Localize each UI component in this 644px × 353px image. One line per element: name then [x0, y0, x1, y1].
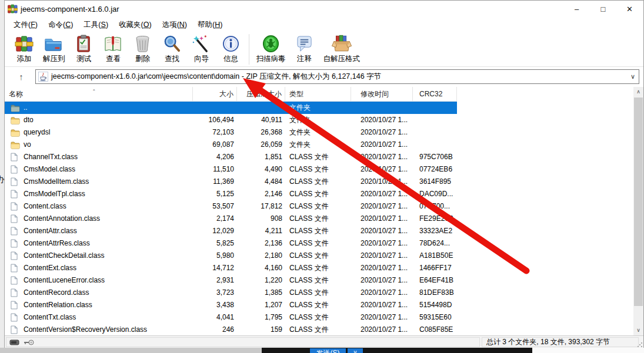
add-archive-button[interactable]: 添加 — [9, 33, 39, 65]
table-row[interactable]: ContentTxt.class4,0411,795CLASS 文件2020/1… — [5, 311, 457, 324]
table-row[interactable]: ContentCheckDetail.class5,9802,180CLASS … — [5, 250, 457, 262]
wizard-button[interactable]: 向导 — [187, 33, 216, 65]
sfx-button[interactable]: 自解压格式 — [319, 33, 365, 65]
file-modified: 2020/10/27 1... — [351, 139, 413, 151]
file-icon — [11, 239, 20, 248]
extract-to-button[interactable]: 解压到 — [39, 33, 69, 65]
maximize-button[interactable]: □ — [590, 1, 616, 18]
file-crc32: 07724EB6 — [413, 163, 457, 176]
close-button[interactable]: ✕ — [616, 1, 643, 18]
file-name: ContentExt.class — [24, 262, 76, 274]
file-crc32: FE29E26B — [413, 213, 457, 225]
table-row[interactable]: ContentExt.class14,7124,160CLASS 文件2020/… — [5, 262, 457, 274]
sort-ascending-icon: ˆ — [93, 85, 95, 99]
menu-item-5[interactable]: 选项(N) — [157, 19, 192, 31]
comment-button[interactable]: 注释 — [290, 33, 319, 65]
table-row[interactable]: ContentRelation.class3,4381,207CLASS 文件2… — [5, 299, 457, 311]
find-button[interactable]: 查找 — [158, 33, 187, 65]
table-row[interactable]: CmsModelItem.class11,3694,484CLASS 文件202… — [5, 176, 457, 188]
table-row[interactable]: vo69,08726,059文件夹2020/10/27 1... — [5, 139, 457, 151]
table-row[interactable]: CmsModelTpl.class5,1252,146CLASS 文件2020/… — [5, 188, 457, 200]
file-modified: 2020/10/27 1... — [351, 250, 413, 262]
file-type: CLASS 文件 — [285, 188, 351, 200]
menu-item-3[interactable]: 工具(S) — [78, 19, 114, 31]
column-header-6[interactable]: CRC32 — [413, 87, 457, 101]
scroll-up-icon[interactable]: ∧ — [633, 87, 643, 97]
file-type: 文件夹 — [285, 114, 351, 126]
table-row[interactable]: ContentLuceneError.class2,9311,220CLASS … — [5, 274, 457, 287]
file-name-cell: querydsl — [5, 126, 193, 139]
menu-item-1[interactable]: 文件(F) — [8, 19, 43, 31]
file-name: vo — [24, 139, 31, 151]
table-row[interactable]: Content.class53,50717,812CLASS 文件2020/10… — [5, 200, 457, 213]
virus-scan-button[interactable]: 扫描病毒 — [252, 33, 290, 65]
file-packed-size: 1,385 — [237, 287, 285, 299]
file-icon — [11, 251, 20, 261]
table-row[interactable]: ContentAnnotation.class2,174908CLASS 文件2… — [5, 213, 457, 225]
file-name-cell: dto — [5, 114, 193, 126]
column-header-1[interactable]: 名称ˆ — [5, 87, 193, 101]
file-crc32: 1466FF17 — [413, 262, 457, 274]
toolbar-button-label: 扫描病毒 — [256, 54, 286, 64]
address-path: jeecms-component-x1.6.0.jar\com\jeecms\c… — [51, 72, 627, 82]
file-name: ContentAttrRes.class — [24, 237, 90, 250]
file-name-cell: Content.class — [5, 200, 193, 213]
file-name: querydsl — [24, 126, 50, 139]
file-size: 12,029 — [193, 225, 237, 237]
column-header-3[interactable]: 压缩后大小 — [237, 87, 285, 101]
file-name-cell: CmsModelItem.class — [5, 176, 193, 188]
table-row[interactable]: ChannelTxt.class4,2061,851CLASS 文件2020/1… — [5, 151, 457, 163]
table-row[interactable]: ContentVersion$RecoveryVersion.class2461… — [5, 324, 457, 335]
resize-grip[interactable] — [637, 342, 643, 348]
up-one-level-button[interactable]: ↑ — [13, 70, 29, 83]
file-name: Content.class — [24, 200, 66, 213]
file-type: CLASS 文件 — [285, 274, 351, 287]
scroll-down-icon[interactable]: ∨ — [633, 325, 643, 335]
menu-item-6[interactable]: 帮助(H) — [192, 19, 228, 31]
table-row[interactable]: ContentAttrRes.class5,8252,136CLASS 文件20… — [5, 237, 457, 250]
menu-item-4[interactable]: 收藏夹(O) — [114, 19, 157, 31]
file-crc32: 33323AE2 — [413, 225, 457, 237]
address-dropdown-icon[interactable]: ∨ — [627, 73, 639, 80]
table-row[interactable]: querydsl72,10326,368文件夹2020/10/27 1... — [5, 126, 457, 139]
toolbar-button-label: 解压到 — [43, 54, 65, 64]
delete-button[interactable]: 删除 — [128, 33, 158, 65]
table-row[interactable]: dto106,49440,911文件夹2020/10/27 1... — [5, 114, 457, 126]
window-title: jeecms-component-x1.6.0.jar — [21, 5, 119, 14]
status-left-panel — [6, 337, 480, 347]
table-row[interactable]: ContentAttr.class12,0294,211CLASS 文件2020… — [5, 225, 457, 237]
info-button[interactable]: 信息 — [216, 33, 246, 65]
vertical-scrollbar[interactable]: ∧ ∨ — [633, 87, 643, 335]
test-button[interactable]: 测试 — [69, 33, 99, 65]
file-packed-size: 1,207 — [237, 299, 285, 311]
winrar-window: jeecms-component-x1.6.0.jar – □ ✕ 文件(F)命… — [5, 0, 644, 348]
table-row[interactable]: ..文件夹 — [5, 102, 457, 114]
menu-item-2[interactable]: 命令(C) — [43, 19, 78, 31]
file-crc32: E64EF41B — [413, 274, 457, 287]
send-dropdown-icon[interactable]: ∨ — [348, 348, 363, 353]
table-row[interactable]: CmsModel.class11,5104,490CLASS 文件2020/10… — [5, 163, 457, 176]
file-type: CLASS 文件 — [285, 324, 351, 335]
file-name-cell: CmsModelTpl.class — [5, 188, 193, 200]
table-row[interactable]: ContentRecord.class3,7231,385CLASS 文件202… — [5, 287, 457, 299]
file-packed-size: 1,220 — [237, 274, 285, 287]
column-header-2[interactable]: 大小 — [193, 87, 237, 101]
view-button[interactable]: 查看 — [99, 33, 128, 65]
file-icon — [11, 276, 20, 285]
background-window-edge: 办 — [0, 0, 5, 348]
file-packed-size: 17,812 — [237, 200, 285, 213]
file-type: CLASS 文件 — [285, 225, 351, 237]
column-header-4[interactable]: 类型 — [285, 87, 351, 101]
file-size: 53,507 — [193, 200, 237, 213]
column-header-5[interactable]: 修改时间 — [351, 87, 413, 101]
file-name-cell: ContentAnnotation.class — [5, 213, 193, 225]
address-combobox[interactable]: jeecms-component-x1.6.0.jar\com\jeecms\c… — [35, 69, 639, 84]
file-packed-size: 2,146 — [237, 188, 285, 200]
file-size: 11,510 — [193, 163, 237, 176]
send-button[interactable]: 发送(S) — [310, 348, 346, 353]
minimize-button[interactable]: – — [563, 1, 590, 18]
file-name-cell: ContentExt.class — [5, 262, 193, 274]
file-name-cell: .. — [5, 102, 193, 114]
scrollbar-thumb[interactable] — [634, 98, 643, 306]
file-name: ContentRecord.class — [24, 287, 89, 299]
